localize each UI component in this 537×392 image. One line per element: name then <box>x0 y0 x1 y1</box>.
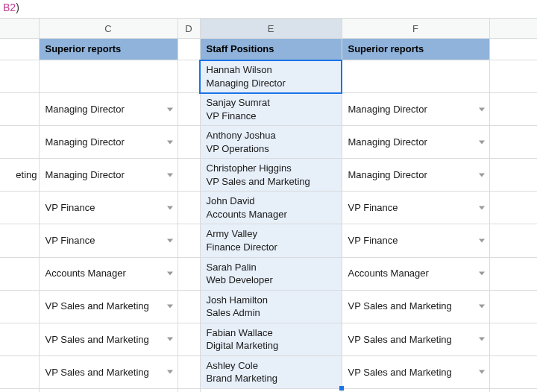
header-blank-G[interactable] <box>489 39 537 60</box>
table-row[interactable]: VP Finance Army ValleyFinance Director V… <box>0 224 537 257</box>
chevron-down-icon[interactable] <box>479 140 485 144</box>
cell-blank-G[interactable] <box>489 126 537 159</box>
cell-blank-D[interactable] <box>178 257 200 290</box>
chevron-down-icon[interactable] <box>479 107 485 111</box>
overflow-peek[interactable] <box>0 224 39 257</box>
cell-staff-position[interactable]: Christopher HigginsVP Sales and Marketin… <box>200 159 342 192</box>
cell-superior-right[interactable]: VP Sales and Marketing <box>342 323 489 355</box>
table-row[interactable]: VP Sales and Marketing Fabian WallaceDig… <box>0 323 537 355</box>
table-row[interactable]: VP Finance John DavidAccounts Manager VP… <box>0 192 537 224</box>
header-superior-reports-left[interactable]: Superior reports <box>39 39 178 60</box>
chevron-down-icon[interactable] <box>479 370 485 374</box>
col-header-E[interactable]: E <box>200 19 342 39</box>
chevron-down-icon[interactable] <box>479 272 485 276</box>
table-row[interactable]: Hannah Wilson Managing Director <box>0 60 537 93</box>
cell-staff-position[interactable]: Anthony JoshuaVP Operations <box>200 126 342 159</box>
cell-blank-D[interactable] <box>178 126 200 159</box>
col-header-D[interactable]: D <box>178 19 200 39</box>
chevron-down-icon[interactable] <box>479 239 485 243</box>
col-header-F[interactable]: F <box>342 19 489 39</box>
header-blank-D[interactable] <box>178 39 200 60</box>
cell-blank-D[interactable] <box>178 224 200 257</box>
cell-blank-G[interactable] <box>489 323 537 355</box>
chevron-down-icon[interactable] <box>479 305 485 309</box>
cell-superior-left[interactable]: VP Sales and Marketing <box>39 355 178 388</box>
cell-blank-G[interactable] <box>489 224 537 257</box>
cell-superior-left[interactable]: VP Finance <box>39 224 178 257</box>
chevron-down-icon[interactable] <box>167 239 173 243</box>
cell-superior-left[interactable] <box>39 60 178 93</box>
overflow-peek[interactable] <box>0 126 39 159</box>
cell-blank-D[interactable] <box>178 93 200 126</box>
cell-blank-G[interactable] <box>489 192 537 224</box>
table-row[interactable] <box>0 388 537 392</box>
chevron-down-icon[interactable] <box>479 206 485 209</box>
cell-blank-G[interactable] <box>489 159 537 192</box>
spreadsheet-grid[interactable]: C D E F Superior reports Staff Positions… <box>0 18 537 392</box>
col-header-blank[interactable] <box>0 19 39 39</box>
cell-blank-D[interactable] <box>178 192 200 224</box>
cell-blank-D[interactable] <box>178 323 200 355</box>
cell-superior-right[interactable]: VP Finance <box>342 224 489 257</box>
chevron-down-icon[interactable] <box>167 140 173 144</box>
chevron-down-icon[interactable] <box>167 338 173 341</box>
cell-staff-position[interactable]: Army ValleyFinance Director <box>200 224 342 257</box>
overflow-peek[interactable]: eting <box>0 159 39 192</box>
chevron-down-icon[interactable] <box>479 173 485 177</box>
cell-blank-D[interactable] <box>178 355 200 388</box>
cell-superior-right[interactable]: Managing Director <box>342 126 489 159</box>
cell-blank-D[interactable] <box>178 159 200 192</box>
cell-staff-position[interactable]: Fabian WallaceDigital Marketing <box>200 323 342 355</box>
table-row[interactable]: VP Sales and Marketing Ashley Cole Brand… <box>0 355 537 388</box>
cell-superior-left[interactable]: Accounts Manager <box>39 257 178 290</box>
cell-superior-right[interactable]: Managing Director <box>342 93 489 126</box>
cell-blank-G[interactable] <box>489 93 537 126</box>
table-row[interactable]: Managing Director Sanjay SumratVP Financ… <box>0 93 537 126</box>
overflow-peek[interactable] <box>0 93 39 126</box>
sheet-header-row[interactable]: Superior reports Staff Positions Superio… <box>0 39 537 60</box>
cell-staff-position[interactable]: Sarah PalinWeb Developer <box>200 257 342 290</box>
cell-staff-position[interactable]: Sanjay SumratVP Finance <box>200 93 342 126</box>
cell-superior-left[interactable]: VP Finance <box>39 192 178 224</box>
cell-superior-right[interactable]: VP Finance <box>342 192 489 224</box>
cell-superior-left[interactable]: Managing Director <box>39 126 178 159</box>
cell-blank[interactable] <box>178 388 200 392</box>
column-header-row[interactable]: C D E F <box>0 19 537 39</box>
cell-superior-right[interactable]: VP Sales and Marketing <box>342 290 489 323</box>
cell-blank[interactable] <box>0 388 39 392</box>
overflow-peek[interactable] <box>0 323 39 355</box>
col-header-C[interactable]: C <box>39 19 178 39</box>
chevron-down-icon[interactable] <box>167 272 173 276</box>
chevron-down-icon[interactable] <box>167 370 173 374</box>
cell-blank-D[interactable] <box>178 60 200 93</box>
table-row[interactable]: eting Managing Director Christopher Higg… <box>0 159 537 192</box>
cell-superior-left[interactable]: Managing Director <box>39 93 178 126</box>
overflow-peek[interactable] <box>0 60 39 93</box>
cell-blank[interactable] <box>489 388 537 392</box>
cell-staff-position[interactable]: Ashley Cole Brand Marketing <box>200 355 342 388</box>
cell-superior-right[interactable]: Accounts Manager <box>342 257 489 290</box>
table-row[interactable]: VP Sales and Marketing Josh HamiltonSale… <box>0 290 537 323</box>
table-row[interactable]: Accounts Manager Sarah PalinWeb Develope… <box>0 257 537 290</box>
cell-superior-left[interactable]: VP Sales and Marketing <box>39 290 178 323</box>
table-row[interactable]: Managing Director Anthony JoshuaVP Opera… <box>0 126 537 159</box>
chevron-down-icon[interactable] <box>167 107 173 111</box>
header-superior-reports-right[interactable]: Superior reports <box>342 39 489 60</box>
cell-blank-G[interactable] <box>489 355 537 388</box>
cell-superior-right[interactable]: Managing Director <box>342 159 489 192</box>
cell-superior-right[interactable]: VP Sales and Marketing <box>342 355 489 388</box>
cell-superior-right[interactable] <box>342 60 489 93</box>
cell-blank-D[interactable] <box>178 290 200 323</box>
chevron-down-icon[interactable] <box>167 305 173 309</box>
chevron-down-icon[interactable] <box>167 173 173 177</box>
cell-superior-left[interactable]: Managing Director <box>39 159 178 192</box>
cell-blank[interactable] <box>0 39 39 60</box>
header-staff-positions[interactable]: Staff Positions <box>200 39 342 60</box>
cell-staff-position[interactable]: Josh HamiltonSales Admin <box>200 290 342 323</box>
cell-staff-position[interactable]: John DavidAccounts Manager <box>200 192 342 224</box>
selection-handle[interactable] <box>339 386 344 391</box>
cell-blank-G[interactable] <box>489 290 537 323</box>
cell-blank-G[interactable] <box>489 60 537 93</box>
chevron-down-icon[interactable] <box>479 338 485 341</box>
cell-blank[interactable] <box>39 388 178 392</box>
